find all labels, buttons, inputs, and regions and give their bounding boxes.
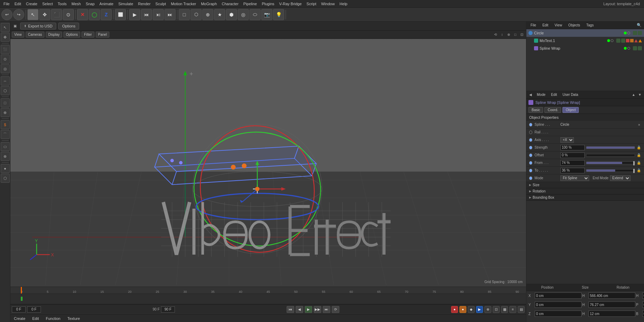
rot-h-input[interactable]: 0 ° [642, 292, 644, 299]
menu-window[interactable]: Window [319, 1, 337, 7]
spline-radio[interactable] [529, 123, 532, 126]
strength-input[interactable]: 100 % [560, 145, 585, 150]
mode-up-arrow[interactable]: ▲ [631, 92, 636, 98]
render-active-button[interactable]: ⏮ [141, 9, 152, 20]
to-radio[interactable] [529, 169, 532, 172]
loop-button[interactable]: ⟳ [332, 306, 339, 313]
redo-button[interactable]: ↪ [13, 9, 24, 20]
move-tool-button[interactable]: ✥ [39, 9, 50, 20]
left-tool-7[interactable]: ⬡ [1, 86, 10, 95]
menu-mesh[interactable]: Mesh [69, 1, 83, 7]
menu-plugins[interactable]: Plugins [260, 1, 276, 7]
left-tool-5[interactable]: ◎ [1, 64, 10, 73]
cylinder-button[interactable]: ⊕ [202, 9, 213, 20]
axis-dropdown[interactable]: +X +Y +Z -X [560, 137, 574, 143]
menu-edit[interactable]: Edit [12, 1, 23, 7]
menu-sculpt[interactable]: Sculpt [153, 1, 168, 7]
camera-button[interactable]: 📷 [261, 9, 272, 20]
record-button[interactable]: ● [451, 306, 458, 313]
left-tool-curl[interactable]: ⌒ [1, 130, 10, 139]
menu-vray[interactable]: V-Ray Bridge [277, 1, 304, 7]
rot-b-input[interactable]: 0 ° [642, 311, 644, 317]
menu-render[interactable]: Render [136, 1, 153, 7]
axis-radio[interactable] [529, 138, 532, 142]
obj-edit-tab[interactable]: Edit [540, 23, 550, 28]
sphere-button[interactable]: ⬡ [190, 9, 202, 20]
menu-tools[interactable]: Tools [56, 1, 69, 7]
from-slider[interactable] [586, 162, 635, 164]
menu-simulate[interactable]: Simulate [116, 1, 135, 7]
mode-dropdown[interactable]: Fit Spline Keep Length [560, 175, 589, 181]
size-z-input[interactable]: 12 cm [588, 311, 635, 317]
extra-btn-3[interactable]: ▦ [501, 306, 508, 313]
to-input[interactable]: 36 % [560, 168, 585, 173]
export-usd-button[interactable]: ⬆ Export to USD [20, 23, 56, 30]
vp-icon-1[interactable]: ⟲ [493, 32, 498, 38]
pos-z-input[interactable]: 0 cm [535, 311, 582, 317]
obj-tags-tab[interactable]: Objects [566, 23, 582, 28]
fields-button[interactable]: ⬭ [249, 9, 261, 20]
menu-create[interactable]: Create [24, 1, 40, 7]
left-tool-circle[interactable]: ● [1, 164, 10, 173]
light-button[interactable]: 💡 [273, 9, 284, 20]
mode-down-arrow[interactable]: ▼ [637, 92, 643, 98]
offset-lock-icon[interactable]: 🔒 [636, 153, 641, 158]
options-button[interactable]: Options [58, 23, 79, 30]
mode-arrow-left[interactable]: ◀ [528, 92, 533, 98]
obj-bookmarks-tab[interactable]: Tags [584, 23, 596, 28]
frame-end-input[interactable]: 90 F [161, 306, 175, 313]
menu-select[interactable]: Select [40, 1, 55, 7]
from-radio[interactable] [529, 161, 532, 165]
tl-texture-menu[interactable]: Texture [65, 316, 82, 321]
obj-motext-row[interactable]: MoText.1 [526, 37, 644, 44]
x-axis-button[interactable]: ✕ [77, 9, 88, 20]
play-forward-button[interactable]: ▶ [305, 306, 312, 313]
nurbs-button[interactable]: ⬢ [226, 9, 237, 20]
coord-tab[interactable]: Coord. [544, 107, 561, 113]
mode-tab[interactable]: Mode [535, 92, 548, 97]
menu-snap[interactable]: Snap [84, 1, 97, 7]
menu-script[interactable]: Script [304, 1, 318, 7]
size-section[interactable]: ▶ Size [526, 182, 644, 188]
strength-lock-icon[interactable]: 🔒 [636, 145, 641, 150]
offset-input[interactable]: 0 % [560, 152, 585, 158]
render-region-button[interactable]: ▶ [129, 9, 140, 20]
frame-current-input[interactable]: 0 F [27, 306, 41, 313]
search-icon[interactable]: 🔍 [636, 23, 642, 28]
timeline-playhead[interactable] [21, 287, 22, 294]
render-settings-button[interactable]: ⏯ [153, 9, 164, 20]
obj-circle-row[interactable]: Circle [526, 29, 644, 37]
extra-btn-2[interactable]: ⊡ [493, 306, 500, 313]
from-input[interactable]: 74 % [560, 160, 585, 166]
object-tab[interactable]: Object [562, 107, 579, 113]
obj-objects-tab[interactable]: View [552, 23, 564, 28]
undo-button[interactable]: ↩ [1, 9, 12, 20]
vp-panel-menu[interactable]: Panel [96, 32, 110, 38]
left-tool-oval[interactable]: ⬭ [1, 142, 10, 151]
vp-options-menu[interactable]: Options [63, 32, 80, 38]
vp-cameras-menu[interactable]: Cameras [26, 32, 45, 38]
rotate-tool-button[interactable]: ⊙ [63, 9, 74, 20]
menu-animate[interactable]: Animate [98, 1, 116, 7]
key-button[interactable]: ◆ [468, 306, 475, 313]
play-reverse-button[interactable]: ◀ [296, 306, 303, 313]
menu-file[interactable]: File [1, 1, 12, 7]
size-y-input[interactable]: 76.27 cm [588, 302, 635, 308]
left-tool-2[interactable]: ✥ [1, 33, 10, 42]
rotation-section[interactable]: ▶ Rotation [526, 188, 644, 195]
vp-icon-5[interactable]: ⊡ [519, 32, 525, 38]
play-fast-button[interactable]: ▶▶ [314, 306, 321, 313]
menu-pipeline[interactable]: Pipeline [241, 1, 259, 7]
viewport[interactable]: Perspective [10, 39, 526, 287]
left-tool-3[interactable]: ⬛ [1, 45, 10, 54]
left-tool-9[interactable]: ⊕ [1, 108, 10, 117]
tl-function-menu[interactable]: Function [44, 316, 62, 321]
vp-icon-3[interactable]: ⊕ [506, 32, 511, 38]
end-mode-dropdown[interactable]: Extend Repeat [610, 175, 630, 181]
mode-prop-radio[interactable] [529, 176, 532, 180]
rot-p-input[interactable]: 0 ° [642, 302, 644, 308]
parent-button[interactable]: ⬜ [115, 9, 126, 20]
edit-tab[interactable]: Edit [549, 92, 559, 97]
vp-view-menu[interactable]: View [12, 32, 24, 38]
frame-start-input[interactable]: 0 F [12, 306, 26, 313]
